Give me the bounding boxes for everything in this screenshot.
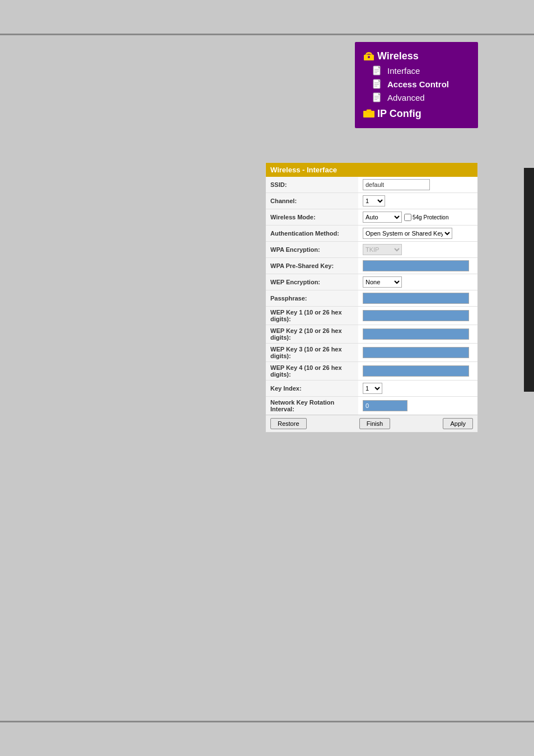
nav-item-ipconfig[interactable]: IP Config <box>360 106 472 121</box>
row-wep-encryption: WEP Encryption: None 64-bit 128-bit <box>266 274 477 290</box>
wep-key2-input[interactable] <box>363 328 469 340</box>
54g-protection-label: 54g Protection <box>404 214 449 221</box>
input-cell-passphrase <box>358 290 477 307</box>
form-table: SSID: Channel: 1234 5678 91011Auto <box>266 177 477 415</box>
nav-item-interface[interactable]: Interface <box>371 64 472 77</box>
bottom-divider <box>0 721 534 722</box>
row-wep-key1: WEP Key 1 (10 or 26 hex digits): <box>266 307 477 325</box>
label-wep-key1: WEP Key 1 (10 or 26 hex digits): <box>266 307 358 325</box>
input-cell-wep-key2 <box>358 325 477 344</box>
input-cell-wep-key3 <box>358 344 477 362</box>
apply-button[interactable]: Apply <box>443 418 473 429</box>
input-cell-wpa-preshared <box>358 258 477 274</box>
input-cell-auth-method: Open System or Shared Key WPA WPA2 WPA-E… <box>358 226 477 242</box>
label-key-rotation: Network Key Rotation Interval: <box>266 397 358 415</box>
input-cell-ssid <box>358 177 477 193</box>
ssid-input[interactable] <box>363 179 430 190</box>
wep-key4-input[interactable] <box>363 365 469 377</box>
input-cell-wpa-encryption: TKIP AES TKIP+AES <box>358 242 477 258</box>
wep-key3-input[interactable] <box>363 347 469 358</box>
nav-advanced-label: Advanced <box>387 93 425 102</box>
nav-item-access-control[interactable]: Access Control <box>371 77 472 91</box>
label-wpa-encryption: WPA Encryption: <box>266 242 358 258</box>
nav-item-advanced[interactable]: Advanced <box>371 91 472 104</box>
input-cell-wireless-mode: Auto 802.11b only 802.11g only 54g Prote… <box>358 209 477 226</box>
nav-item-wireless[interactable]: Wireless <box>360 49 472 64</box>
channel-select[interactable]: 1234 5678 91011Auto <box>363 195 385 206</box>
key-index-select[interactable]: 1234 <box>363 383 382 394</box>
label-wep-key4: WEP Key 4 (10 or 26 hex digits): <box>266 362 358 381</box>
label-key-index: Key Index: <box>266 381 358 397</box>
label-wpa-preshared: WPA Pre-Shared Key: <box>266 258 358 274</box>
passphrase-input[interactable] <box>363 293 469 304</box>
nav-access-control-label: Access Control <box>387 79 449 89</box>
nav-ipconfig-label: IP Config <box>377 108 421 120</box>
row-wep-key2: WEP Key 2 (10 or 26 hex digits): <box>266 325 477 344</box>
page-icon-interface <box>373 65 384 76</box>
row-key-rotation: Network Key Rotation Interval: <box>266 397 477 415</box>
svg-rect-18 <box>367 110 371 112</box>
input-cell-key-index: 1234 <box>358 381 477 397</box>
input-cell-wep-encryption: None 64-bit 128-bit <box>358 274 477 290</box>
buttons-row: Restore Finish Apply <box>266 415 477 432</box>
input-cell-wep-key1 <box>358 307 477 325</box>
54g-protection-text: 54g Protection <box>413 214 449 220</box>
label-wep-key3: WEP Key 3 (10 or 26 hex digits): <box>266 344 358 362</box>
input-cell-key-rotation <box>358 397 477 415</box>
ipconfig-icon <box>363 109 374 119</box>
row-wpa-preshared: WPA Pre-Shared Key: <box>266 258 477 274</box>
row-wireless-mode: Wireless Mode: Auto 802.11b only 802.11g… <box>266 209 477 226</box>
svg-point-1 <box>368 56 370 58</box>
label-wep-encryption: WEP Encryption: <box>266 274 358 290</box>
nav-interface-label: Interface <box>387 66 420 76</box>
54g-protection-checkbox[interactable] <box>404 214 411 221</box>
row-wep-key4: WEP Key 4 (10 or 26 hex digits): <box>266 362 477 381</box>
wep-encryption-select[interactable]: None 64-bit 128-bit <box>363 276 402 288</box>
wireless-mode-select[interactable]: Auto 802.11b only 802.11g only <box>363 212 402 223</box>
wpa-encryption-select[interactable]: TKIP AES TKIP+AES <box>363 244 402 255</box>
page-wrapper: Wireless Interface <box>0 0 534 756</box>
finish-button[interactable]: Finish <box>359 418 390 429</box>
auth-method-select[interactable]: Open System or Shared Key WPA WPA2 WPA-E… <box>363 228 452 239</box>
right-sidebar <box>524 168 534 392</box>
row-auth-method: Authentication Method: Open System or Sh… <box>266 226 477 242</box>
label-auth-method: Authentication Method: <box>266 226 358 242</box>
key-rotation-input[interactable] <box>363 400 407 411</box>
row-wep-key3: WEP Key 3 (10 or 26 hex digits): <box>266 344 477 362</box>
label-wireless-mode: Wireless Mode: <box>266 209 358 226</box>
label-wep-key2: WEP Key 2 (10 or 26 hex digits): <box>266 325 358 344</box>
row-key-index: Key Index: 1234 <box>266 381 477 397</box>
label-ssid: SSID: <box>266 177 358 193</box>
form-title: Wireless - Interface <box>270 166 337 174</box>
nav-wireless-label: Wireless <box>377 50 419 62</box>
input-cell-wep-key4 <box>358 362 477 381</box>
restore-button[interactable]: Restore <box>270 418 307 429</box>
form-header: Wireless - Interface <box>266 163 477 177</box>
label-channel: Channel: <box>266 193 358 209</box>
row-channel: Channel: 1234 5678 91011Auto <box>266 193 477 209</box>
row-passphrase: Passphrase: <box>266 290 477 307</box>
nav-panel: Wireless Interface <box>355 42 478 128</box>
wep-key1-input[interactable] <box>363 310 469 321</box>
wireless-icon <box>363 51 374 62</box>
input-cell-channel: 1234 5678 91011Auto <box>358 193 477 209</box>
wpa-preshared-input[interactable] <box>363 260 469 271</box>
row-ssid: SSID: <box>266 177 477 193</box>
page-icon-access-control <box>373 79 384 89</box>
row-wpa-encryption: WPA Encryption: TKIP AES TKIP+AES <box>266 242 477 258</box>
top-divider <box>0 34 534 35</box>
label-passphrase: Passphrase: <box>266 290 358 307</box>
form-panel: Wireless - Interface SSID: Channel: <box>265 162 478 433</box>
page-icon-advanced <box>373 92 384 102</box>
